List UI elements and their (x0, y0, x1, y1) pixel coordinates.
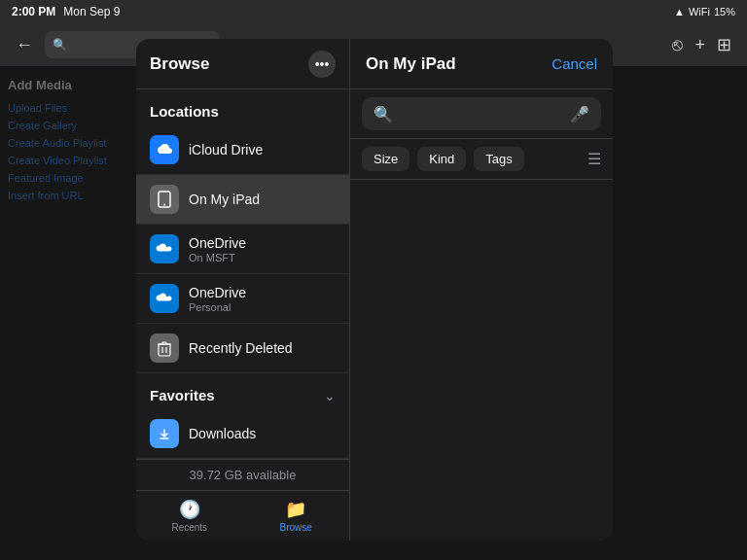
favorites-title: Favorites (150, 387, 215, 403)
icloud-content: iCloud Drive (189, 142, 336, 158)
recents-label: Recents (171, 522, 207, 533)
ipad-content: On My iPad (189, 192, 336, 207)
icloud-name: iCloud Drive (189, 142, 336, 158)
filter-size-button[interactable]: Size (362, 147, 409, 171)
browse-item-icloud[interactable]: iCloud Drive (136, 125, 349, 175)
content-search: 🔍 🎤 (350, 89, 613, 139)
icloud-icon (150, 135, 179, 164)
browse-tab-label: Browse (280, 522, 312, 533)
ipad-name: On My iPad (189, 192, 336, 207)
trash-icon (150, 333, 179, 363)
search-box-icon: 🔍 (374, 105, 393, 123)
browse-modal: Browse ••• Locations iCloud Drive (136, 39, 613, 541)
favorites-chevron-icon[interactable]: ⌄ (324, 388, 336, 403)
wifi-bars-icon: WiFi (689, 6, 710, 18)
tab-browse[interactable]: 📁 Browse (243, 491, 350, 541)
recently-deleted-name: Recently Deleted (189, 340, 336, 356)
browse-panel: Browse ••• Locations iCloud Drive (136, 39, 350, 541)
downloads-name: Downloads (189, 426, 336, 441)
list-view-icon[interactable]: ☰ (587, 150, 601, 168)
svg-point-1 (163, 204, 165, 206)
grid-icon[interactable]: ⊞ (717, 34, 731, 55)
locations-section-header: Locations (136, 89, 349, 125)
onedrive-personal-name: OneDrive (189, 285, 336, 300)
wifi-icon: ▲ (674, 6, 685, 18)
browse-panel-title: Browse (150, 54, 209, 74)
browse-item-recently-deleted[interactable]: Recently Deleted (136, 324, 349, 373)
content-title: On My iPad (366, 54, 456, 74)
content-header: On My iPad Cancel (350, 39, 613, 89)
ipad-device-icon (150, 185, 179, 214)
battery-icon: 15% (714, 6, 735, 18)
share-icon[interactable]: ⎋ (672, 35, 683, 55)
browse-item-downloads[interactable]: Downloads (136, 409, 349, 459)
browse-item-onedrive-personal[interactable]: OneDrive Personal (136, 274, 349, 324)
content-panel: On My iPad Cancel 🔍 🎤 Size Kind Tags ☰ (350, 39, 613, 541)
search-box[interactable]: 🔍 🎤 (362, 97, 601, 130)
content-filter: Size Kind Tags ☰ (350, 139, 613, 180)
favorites-section-header: Favorites ⌄ (136, 373, 349, 409)
ellipsis-icon: ••• (315, 56, 330, 72)
back-icon[interactable]: ← (16, 35, 33, 55)
downloads-icon (150, 419, 179, 448)
search-icon: 🔍 (53, 38, 67, 52)
svg-rect-2 (159, 344, 170, 356)
storage-text: 39.72 GB available (190, 468, 297, 482)
tab-recents[interactable]: 🕐 Recents (136, 491, 243, 541)
onedrive-msft-name: OneDrive (189, 235, 336, 251)
browse-item-ipad[interactable]: On My iPad (136, 175, 349, 225)
add-icon[interactable]: + (694, 35, 705, 55)
status-bar: 2:00 PM Mon Sep 9 ▲ WiFi 15% (0, 0, 747, 23)
onedrive-msft-content: OneDrive On MSFT (189, 235, 336, 263)
storage-info: 39.72 GB available (136, 459, 349, 490)
recents-icon: 🕐 (179, 499, 200, 520)
browse-list: Locations iCloud Drive (136, 89, 349, 459)
onedrive-msft-sub: On MSFT (189, 252, 336, 263)
onedrive-msft-icon (150, 234, 179, 263)
content-body (350, 180, 613, 541)
status-time: 2:00 PM (12, 5, 55, 18)
onedrive-personal-sub: Personal (189, 301, 336, 313)
status-date: Mon Sep 9 (63, 5, 120, 18)
toolbar-right: ⎋ + ⊞ (672, 34, 731, 55)
mic-icon[interactable]: 🎤 (570, 105, 589, 123)
recently-deleted-content: Recently Deleted (189, 340, 336, 356)
filter-tags-button[interactable]: Tags (474, 147, 523, 171)
browse-item-onedrive-msft[interactable]: OneDrive On MSFT (136, 225, 349, 274)
status-icons: ▲ WiFi 15% (674, 6, 735, 18)
downloads-content: Downloads (189, 426, 336, 441)
browse-menu-button[interactable]: ••• (308, 51, 336, 78)
cancel-button[interactable]: Cancel (551, 55, 597, 72)
browse-header: Browse ••• (136, 39, 349, 89)
browse-tab-icon: 📁 (285, 499, 306, 520)
filter-kind-button[interactable]: Kind (417, 147, 466, 171)
onedrive-personal-content: OneDrive Personal (189, 285, 336, 313)
onedrive-personal-icon (150, 284, 179, 313)
browse-tabs: 🕐 Recents 📁 Browse (136, 490, 349, 541)
locations-title: Locations (150, 103, 219, 120)
